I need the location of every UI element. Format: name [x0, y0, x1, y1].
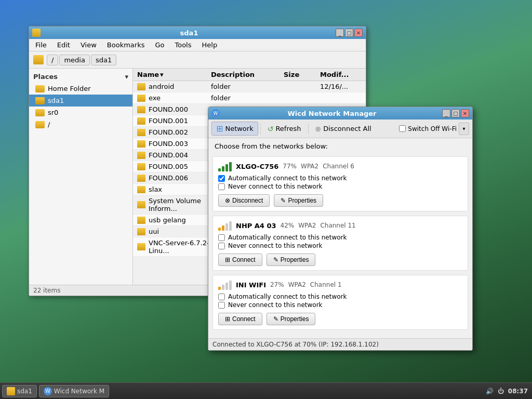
dropdown-arrow[interactable]: ▾ — [459, 123, 469, 135]
file-icon — [137, 106, 145, 113]
file-icon — [137, 117, 145, 125]
wicd-maximize-button[interactable]: □ — [451, 109, 460, 117]
never-connect-row: Never connect to this network — [218, 242, 462, 249]
volume-icon[interactable]: 🔊 — [486, 388, 494, 395]
properties-button[interactable]: ✎ Properties — [267, 313, 316, 325]
auto-connect-checkbox[interactable] — [218, 234, 225, 241]
disconnect-icon: ⊗ — [225, 197, 230, 204]
never-connect-label: Never connect to this network — [228, 183, 323, 190]
file-icon — [137, 163, 145, 170]
signal-bars — [218, 161, 232, 171]
home-folder-icon — [35, 85, 45, 92]
signal-bar — [222, 225, 224, 231]
table-row[interactable]: android folder 12/16/... — [133, 81, 366, 92]
signal-bars — [218, 220, 232, 231]
breadcrumb-media[interactable]: media — [59, 55, 90, 65]
properties-label: Properties — [288, 197, 316, 204]
wicd-window: W Wicd Network Manager _ □ ✕ ⊞ Network ↺… — [208, 107, 473, 351]
file-name: slax — [149, 185, 162, 193]
power-icon[interactable]: ⏻ — [498, 388, 504, 395]
file-name: FOUND.001 — [149, 117, 188, 125]
network-channel: Channel 1 — [310, 281, 342, 288]
file-name: FOUND.004 — [149, 151, 188, 159]
refresh-button[interactable]: ↺ Refresh — [263, 123, 306, 135]
file-desc: folder — [211, 83, 284, 90]
disconnect-button[interactable]: ⊗ Disconnect — [218, 194, 270, 207]
never-connect-checkbox[interactable] — [218, 302, 225, 309]
network-header: NHP A4 03 42% WPA2 Channel 11 — [218, 220, 462, 231]
file-name: uui — [149, 228, 159, 235]
menu-tools[interactable]: Tools — [170, 40, 195, 50]
disconnect-icon: ⊗ — [315, 125, 322, 133]
breadcrumb-root[interactable]: / — [47, 55, 58, 65]
sda1-folder-icon — [35, 97, 45, 104]
file-desc: folder — [211, 94, 284, 102]
connect-button[interactable]: ⊞ Connect — [218, 313, 262, 325]
connect-label: Connect — [232, 256, 256, 263]
col-header-size[interactable]: Size — [284, 71, 320, 78]
breadcrumb: / media sda1 — [47, 55, 116, 65]
file-icon — [137, 243, 145, 250]
never-connect-checkbox[interactable] — [218, 183, 225, 190]
menu-help[interactable]: Help — [198, 40, 222, 50]
network-channel: Channel 11 — [320, 222, 355, 229]
never-connect-checkbox[interactable] — [218, 243, 225, 249]
menu-view[interactable]: View — [76, 40, 101, 50]
toolbar-sep-2 — [308, 124, 309, 134]
disconnect-all-button[interactable]: ⊗ Disconnect All — [311, 123, 376, 135]
file-icon — [137, 129, 145, 136]
auto-connect-checkbox[interactable] — [218, 294, 225, 300]
file-icon — [137, 152, 145, 159]
wicd-minimize-button[interactable]: _ — [442, 109, 450, 117]
wicd-content: Choose from the networks below: XLGO-C75… — [208, 138, 472, 338]
wicd-statusbar: Connected to XLGO-C756 at 70% (IP: 192.1… — [208, 338, 472, 350]
wicd-networks-scroll[interactable]: XLGO-C756 77% WPA2 Channel 6 Automatical… — [208, 154, 472, 338]
desktop: sda1 _ □ ✕ File Edit View Bookmarks Go T… — [0, 0, 532, 399]
switch-wifi-checkbox[interactable] — [399, 125, 406, 132]
menu-file[interactable]: File — [31, 40, 51, 50]
table-row[interactable]: exe folder — [133, 92, 366, 104]
signal-bar — [229, 281, 232, 290]
sidebar-item-sda1[interactable]: sda1 — [29, 95, 132, 107]
taskbar: sda1 W Wicd Network M 🔊 ⏻ 08:37 — [0, 382, 532, 399]
properties-button[interactable]: ✎ Properties — [274, 194, 323, 207]
network-buttons: ⊞ Connect ✎ Properties — [218, 313, 462, 325]
file-name: exe — [149, 94, 161, 102]
wicd-window-controls: _ □ ✕ — [442, 109, 469, 117]
minimize-button[interactable]: _ — [336, 29, 344, 37]
sidebar-item-sr0[interactable]: sr0 — [29, 107, 132, 118]
file-manager-title: sda1 — [43, 29, 336, 37]
file-icon — [137, 228, 145, 235]
auto-connect-checkbox[interactable] — [218, 175, 225, 182]
menu-edit[interactable]: Edit — [53, 40, 74, 50]
switch-wifi-container: Switch Off Wi-Fi — [399, 125, 457, 132]
maximize-button[interactable]: □ — [345, 29, 353, 37]
col-header-desc[interactable]: Description — [211, 71, 284, 78]
network-checkboxes: Automatically connect to this network Ne… — [218, 175, 462, 190]
location-toolbar: / media sda1 — [29, 51, 366, 69]
file-name: android — [149, 83, 174, 90]
fm-sidebar: Places ▾ Home Folder sda1 sr0 / — [29, 69, 133, 285]
connect-icon: ⊞ — [225, 256, 230, 263]
sr0-folder-icon — [35, 109, 45, 116]
file-icon — [137, 217, 145, 224]
network-strength: 42% — [281, 222, 295, 229]
properties-button[interactable]: ✎ Properties — [267, 254, 316, 266]
taskbar-item-sda1[interactable]: sda1 — [2, 385, 37, 397]
network-button[interactable]: ⊞ Network — [211, 122, 258, 136]
file-name: FOUND.000 — [149, 105, 188, 113]
sidebar-item-home[interactable]: Home Folder — [29, 83, 132, 95]
connect-button[interactable]: ⊞ Connect — [218, 254, 262, 266]
col-header-name[interactable]: Name ▾ — [137, 71, 211, 78]
breadcrumb-sda1[interactable]: sda1 — [91, 55, 116, 65]
taskbar-item-wicd[interactable]: W Wicd Network M — [39, 385, 109, 397]
connect-label: Connect — [232, 315, 256, 323]
menu-bookmarks[interactable]: Bookmarks — [103, 40, 149, 50]
folder-icon — [32, 54, 45, 66]
sidebar-item-root[interactable]: / — [29, 118, 132, 130]
wicd-close-button[interactable]: ✕ — [461, 109, 469, 117]
signal-bar — [222, 166, 224, 171]
menu-go[interactable]: Go — [151, 40, 168, 50]
close-button[interactable]: ✕ — [354, 29, 363, 37]
col-header-modified[interactable]: Modif... — [320, 71, 362, 78]
